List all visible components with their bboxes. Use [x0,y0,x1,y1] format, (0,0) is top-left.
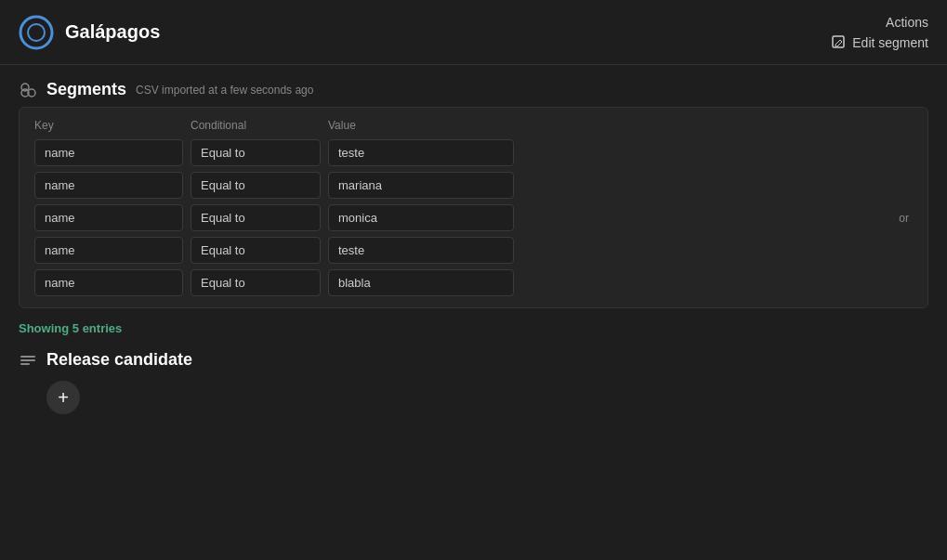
showing-label: Showing [19,321,72,335]
segments-subtitle: CSV imported at a few seconds ago [136,84,313,97]
svg-point-0 [20,17,52,48]
table-row [34,269,913,296]
edit-icon [832,35,847,50]
app-title: Galápagos [65,21,160,43]
table-row [34,172,913,199]
entries-label: entries [79,321,122,335]
segments-icon [19,81,37,99]
key-input-2[interactable] [34,172,183,199]
edit-segment-button[interactable]: Edit segment [832,35,928,50]
segments-table: Key Conditional Value [19,107,928,308]
actions-label: Actions [886,15,928,30]
segments-title: Segments [46,80,126,99]
table-rows: or [34,139,913,296]
header-right: Actions Edit segment [832,15,928,50]
table-row: or [34,204,913,231]
segments-section-header: Segments CSV imported at a few seconds a… [19,80,928,99]
release-icon [19,351,37,370]
svg-rect-7 [20,359,35,361]
conditional-input-1[interactable] [191,139,321,166]
segments-section: Segments CSV imported at a few seconds a… [19,80,928,335]
key-column-header: Key [34,119,183,132]
add-button[interactable]: + [46,381,80,414]
svg-point-1 [28,24,45,41]
table-row [34,237,913,264]
header: Galápagos Actions Edit segment [0,0,947,65]
value-input-4[interactable] [328,237,514,264]
key-input-5[interactable] [34,269,183,296]
release-candidate-section: Release candidate + [19,350,928,414]
conditional-column-header: Conditional [191,119,321,132]
conditional-input-4[interactable] [191,237,321,264]
key-input-4[interactable] [34,237,183,264]
showing-entries: Showing 5 entries [19,321,928,335]
edit-segment-label: Edit segment [852,35,928,50]
add-button-label: + [58,387,69,409]
entries-count: 5 [72,321,79,335]
value-input-3[interactable] [328,204,514,231]
conditional-input-2[interactable] [191,172,321,199]
key-input-1[interactable] [34,139,183,166]
logo-icon [19,15,54,50]
main-content: Segments CSV imported at a few seconds a… [0,65,947,560]
key-input-3[interactable] [34,204,183,231]
table-headers: Key Conditional Value [34,119,913,139]
conditional-input-3[interactable] [191,204,321,231]
value-column-header: Value [328,119,514,132]
value-input-2[interactable] [328,172,514,199]
svg-rect-8 [20,363,30,365]
app-container: Galápagos Actions Edit segment [0,0,947,560]
value-input-1[interactable] [328,139,514,166]
row-or-label-3: or [521,212,913,225]
table-row [34,139,913,166]
header-left: Galápagos [19,15,160,50]
svg-rect-6 [20,356,35,358]
release-candidate-title: Release candidate [46,350,192,370]
value-input-5[interactable] [328,269,514,296]
release-section-header: Release candidate [19,350,928,370]
conditional-input-5[interactable] [191,269,321,296]
